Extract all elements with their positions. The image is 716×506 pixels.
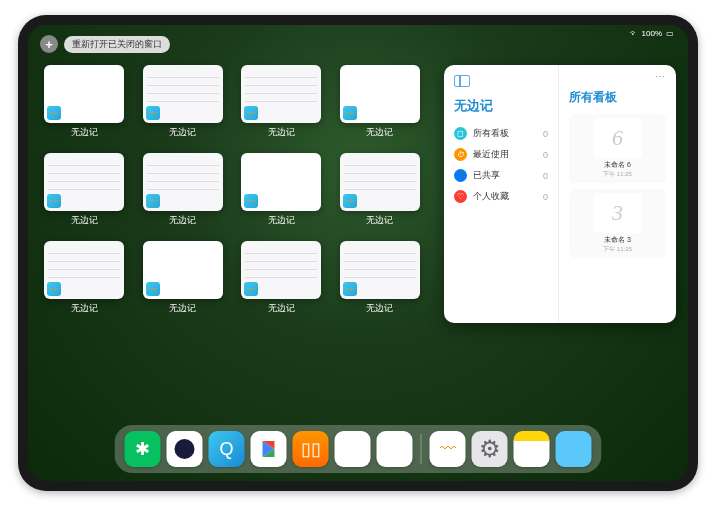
window-thumb[interactable]: 〰无边记 bbox=[237, 153, 326, 235]
window-thumb[interactable]: 〰无边记 bbox=[336, 65, 425, 147]
window-label: 无边记 bbox=[71, 302, 98, 315]
dock-separator bbox=[421, 434, 422, 464]
window-label: 无边记 bbox=[268, 214, 295, 227]
window-preview[interactable]: 〰 bbox=[241, 241, 321, 299]
window-thumb[interactable]: 〰无边记 bbox=[237, 241, 326, 323]
最近使用-icon: ⏱ bbox=[454, 148, 467, 161]
dock-app-app-library[interactable] bbox=[556, 431, 592, 467]
已共享-icon: 👤 bbox=[454, 169, 467, 182]
window-preview[interactable]: 〰 bbox=[143, 65, 223, 123]
window-preview[interactable]: 〰 bbox=[241, 153, 321, 211]
freeform-app-icon: 〰 bbox=[146, 106, 160, 120]
board-card[interactable]: 6未命名 6下午 11:25 bbox=[569, 114, 666, 183]
window-preview[interactable]: 〰 bbox=[340, 65, 420, 123]
window-preview[interactable]: 〰 bbox=[44, 65, 124, 123]
个人收藏-icon: ♡ bbox=[454, 190, 467, 203]
window-label: 无边记 bbox=[366, 126, 393, 139]
sidebar-item-count: 0 bbox=[543, 129, 548, 139]
sidebar-item-最近使用[interactable]: ⏱最近使用0 bbox=[454, 144, 548, 165]
dock-app-freeform[interactable]: 〰 bbox=[430, 431, 466, 467]
dock: ✱ Q▯▯⊡⋈〰⚙ bbox=[115, 425, 602, 473]
dock-app-wechat[interactable]: ✱ bbox=[125, 431, 161, 467]
window-label: 无边记 bbox=[268, 126, 295, 139]
window-label: 无边记 bbox=[169, 214, 196, 227]
board-preview: 3 bbox=[594, 193, 642, 233]
multitask-grid: 〰无边记〰无边记〰无边记〰无边记〰无边记〰无边记〰无边记〰无边记〰无边记〰无边记… bbox=[40, 65, 432, 421]
more-icon[interactable]: ⋯ bbox=[655, 71, 666, 82]
status-bar: ᯤ 100% ▭ bbox=[630, 29, 674, 38]
window-label: 无边记 bbox=[268, 302, 295, 315]
sidebar-item-label: 个人收藏 bbox=[473, 190, 509, 203]
freeform-app-icon: 〰 bbox=[343, 282, 357, 296]
freeform-app-icon: 〰 bbox=[343, 106, 357, 120]
window-label: 无边记 bbox=[366, 302, 393, 315]
dock-app-settings[interactable]: ⚙ bbox=[472, 431, 508, 467]
freeform-app-icon: 〰 bbox=[47, 194, 61, 208]
window-preview[interactable]: 〰 bbox=[44, 153, 124, 211]
freeform-app-icon: 〰 bbox=[47, 282, 61, 296]
window-thumb[interactable]: 〰无边记 bbox=[336, 153, 425, 235]
dock-app-notes[interactable] bbox=[514, 431, 550, 467]
freeform-app-icon: 〰 bbox=[47, 106, 61, 120]
window-label: 无边记 bbox=[71, 214, 98, 227]
content-area: 〰无边记〰无边记〰无边记〰无边记〰无边记〰无边记〰无边记〰无边记〰无边记〰无边记… bbox=[40, 65, 676, 421]
dock-app-play[interactable] bbox=[251, 431, 287, 467]
window-preview[interactable]: 〰 bbox=[340, 241, 420, 299]
sidebar-toggle-icon[interactable] bbox=[454, 75, 470, 87]
所有看板-icon: ◻ bbox=[454, 127, 467, 140]
screen: ᯤ 100% ▭ + 重新打开已关闭的窗口 〰无边记〰无边记〰无边记〰无边记〰无… bbox=[28, 25, 688, 481]
freeform-app-icon: 〰 bbox=[244, 106, 258, 120]
sidebar-item-label: 最近使用 bbox=[473, 148, 509, 161]
board-name: 未命名 6 bbox=[573, 160, 662, 170]
window-preview[interactable]: 〰 bbox=[241, 65, 321, 123]
board-time: 下午 11:25 bbox=[573, 170, 662, 179]
window-thumb[interactable]: 〰无边记 bbox=[237, 65, 326, 147]
window-preview[interactable]: 〰 bbox=[44, 241, 124, 299]
window-thumb[interactable]: 〰无边记 bbox=[336, 241, 425, 323]
sidebar-item-label: 已共享 bbox=[473, 169, 500, 182]
dock-app-books[interactable]: ▯▯ bbox=[293, 431, 329, 467]
window-label: 无边记 bbox=[71, 126, 98, 139]
window-preview[interactable]: 〰 bbox=[143, 241, 223, 299]
reopen-closed-window-button[interactable]: 重新打开已关闭的窗口 bbox=[64, 36, 170, 53]
sidebar-item-label: 所有看板 bbox=[473, 127, 509, 140]
sidebar-item-已共享[interactable]: 👤已共享0 bbox=[454, 165, 548, 186]
sidebar-item-count: 0 bbox=[543, 150, 548, 160]
window-thumb[interactable]: 〰无边记 bbox=[40, 241, 129, 323]
window-thumb[interactable]: 〰无边记 bbox=[139, 153, 228, 235]
sidebar-item-所有看板[interactable]: ◻所有看板0 bbox=[454, 123, 548, 144]
panel-main: 所有看板 6未命名 6下午 11:253未命名 3下午 11:25 bbox=[559, 65, 676, 323]
window-thumb[interactable]: 〰无边记 bbox=[139, 241, 228, 323]
window-thumb[interactable]: 〰无边记 bbox=[40, 65, 129, 147]
sidebar-item-个人收藏[interactable]: ♡个人收藏0 bbox=[454, 186, 548, 207]
dock-app-connect[interactable]: ⋈ bbox=[377, 431, 413, 467]
dock-app-quark[interactable] bbox=[167, 431, 203, 467]
board-card[interactable]: 3未命名 3下午 11:25 bbox=[569, 189, 666, 258]
freeform-app-icon: 〰 bbox=[146, 194, 160, 208]
window-thumb[interactable]: 〰无边记 bbox=[139, 65, 228, 147]
freeform-app-icon: 〰 bbox=[343, 194, 357, 208]
add-window-button[interactable]: + bbox=[40, 35, 58, 53]
dock-app-browser[interactable]: Q bbox=[209, 431, 245, 467]
panel-title: 无边记 bbox=[454, 97, 548, 115]
window-thumb[interactable]: 〰无边记 bbox=[40, 153, 129, 235]
ipad-frame: ᯤ 100% ▭ + 重新打开已关闭的窗口 〰无边记〰无边记〰无边记〰无边记〰无… bbox=[18, 15, 698, 491]
window-preview[interactable]: 〰 bbox=[340, 153, 420, 211]
freeform-app-icon: 〰 bbox=[244, 194, 258, 208]
window-label: 无边记 bbox=[169, 126, 196, 139]
dock-app-dice[interactable]: ⊡ bbox=[335, 431, 371, 467]
top-controls: + 重新打开已关闭的窗口 bbox=[40, 35, 170, 53]
panel-sidebar: 无边记 ◻所有看板0⏱最近使用0👤已共享0♡个人收藏0 bbox=[444, 65, 559, 323]
window-label: 无边记 bbox=[366, 214, 393, 227]
battery-icon: ▭ bbox=[666, 29, 674, 38]
sidebar-item-count: 0 bbox=[543, 192, 548, 202]
freeform-app-icon: 〰 bbox=[244, 282, 258, 296]
freeform-app-icon: 〰 bbox=[146, 282, 160, 296]
sidebar-item-count: 0 bbox=[543, 171, 548, 181]
panel-main-title: 所有看板 bbox=[569, 89, 666, 106]
window-label: 无边记 bbox=[169, 302, 196, 315]
freeform-panel[interactable]: ⋯ 无边记 ◻所有看板0⏱最近使用0👤已共享0♡个人收藏0 所有看板 6未命名 … bbox=[444, 65, 676, 323]
board-name: 未命名 3 bbox=[573, 235, 662, 245]
battery-label: 100% bbox=[642, 29, 662, 38]
window-preview[interactable]: 〰 bbox=[143, 153, 223, 211]
